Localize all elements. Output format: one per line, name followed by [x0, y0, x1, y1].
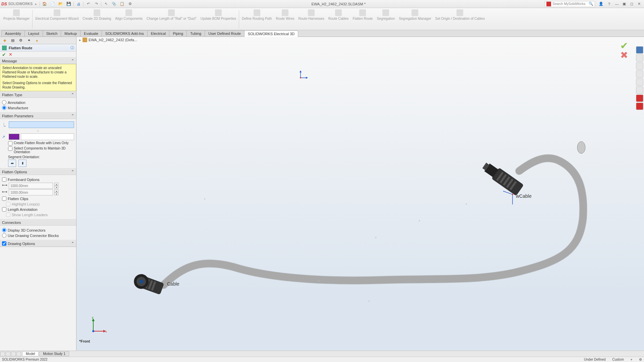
new-icon[interactable]: 📄	[50, 1, 56, 7]
section-drawing-options[interactable]: Drawing Options⌃	[0, 240, 76, 247]
ribbon-electrical-component-wizard[interactable]: Electrical Component Wizard	[33, 9, 80, 30]
ok-button[interactable]: ✔	[2, 52, 6, 57]
ribbon-route-cables[interactable]: Route Cables	[326, 9, 351, 30]
select-icon[interactable]: ↖	[103, 1, 109, 7]
tp-custom-props-icon[interactable]	[636, 86, 643, 94]
section-message[interactable]: Message⌃	[0, 58, 76, 64]
cancel-button[interactable]: ✕	[9, 52, 12, 57]
minimize-button[interactable]: —	[613, 1, 620, 7]
home-icon[interactable]: 🏠	[42, 1, 48, 7]
seg-horizontal-button[interactable]: ⬌	[8, 160, 16, 167]
ribbon-segregation[interactable]: Segregation	[375, 9, 397, 30]
dropdown-icon[interactable]: ▸	[35, 2, 37, 6]
ribbon-flatten-route[interactable]: Flatten Route	[351, 9, 375, 30]
tab-layout[interactable]: Layout	[24, 30, 43, 37]
property-tab-icon[interactable]: ▤	[10, 38, 15, 43]
status-units[interactable]: Custom	[612, 358, 624, 361]
open-icon[interactable]: 📂	[58, 1, 64, 7]
bt-nav-prev[interactable]	[6, 352, 10, 356]
tab-evaluate[interactable]: Evaluate	[80, 30, 102, 37]
pm-help-icon[interactable]: ⓘ	[70, 45, 74, 50]
display-tab-icon[interactable]: ✦	[26, 38, 32, 43]
config-tab-icon[interactable]: ⚙	[18, 38, 23, 43]
appearance-tab-icon[interactable]: ●	[34, 38, 40, 43]
ribbon-define-routing-path[interactable]: Define Routing Path	[240, 9, 274, 30]
ribbon-route-harnesses[interactable]: Route Harnesses	[297, 9, 326, 30]
search-icon[interactable]: 🔍	[589, 2, 593, 6]
ribbon-update-bom[interactable]: Update BOM Properties	[199, 9, 238, 30]
spin-down[interactable]: ▾	[54, 186, 58, 189]
ribbon-route-wires[interactable]: Route Wires	[274, 9, 297, 30]
tp-forum-icon[interactable]	[636, 95, 643, 102]
options-icon[interactable]: 📋	[119, 1, 125, 7]
tp-file-explorer-icon[interactable]	[636, 62, 643, 70]
3d-viewport[interactable]: ▸ EWA_H2_2462_2432 (Defa...	[76, 37, 644, 354]
print-icon[interactable]: 🖨	[75, 1, 82, 7]
ribbon-segregation-manager[interactable]: Segregation Manager	[397, 9, 433, 30]
tab-addins[interactable]: SOLIDWORKS Add-Ins	[102, 30, 148, 37]
restore-button[interactable]: ▣	[621, 1, 628, 7]
radio-annotation[interactable]: Annotation	[2, 100, 74, 105]
tab-electrical-3d[interactable]: SOLIDWORKS Electrical 3D	[244, 31, 298, 37]
ribbon-set-origin[interactable]: Set Origin / Destination of Cables	[433, 9, 487, 30]
confirm-cancel-icon[interactable]: ✖	[620, 50, 628, 61]
tab-electrical[interactable]: Electrical	[147, 30, 170, 37]
section-flatten-options[interactable]: Flatten Options⌃	[0, 169, 76, 175]
tab-tubing[interactable]: Tubing	[186, 30, 205, 37]
ribbon-projects-manager[interactable]: Projects Manager	[1, 9, 32, 30]
ribbon-align-components[interactable]: Align Components	[113, 9, 145, 30]
fix-point-field[interactable]	[9, 121, 74, 128]
tp-view-palette-icon[interactable]	[636, 70, 643, 78]
spin-up[interactable]: ▴	[54, 183, 58, 186]
status-settings-icon[interactable]: ⚙	[639, 358, 642, 361]
orientation-triad[interactable]: x y	[89, 316, 109, 336]
check-length-annotation[interactable]: Length Annotation	[2, 207, 74, 212]
ribbon-change-length[interactable]: Change Length of "Rail" or "Duct"	[145, 9, 199, 30]
pin-icon[interactable]: 📎	[111, 1, 117, 7]
ribbon-create-2d-drawing[interactable]: Create 2D Drawing	[80, 9, 113, 30]
check-flatten-clips[interactable]: Flatten Clips	[2, 196, 74, 201]
radio-manufacture[interactable]: Manufacture	[2, 106, 74, 110]
tp-electrical-icon[interactable]	[636, 103, 643, 110]
redo-icon[interactable]: ↷	[93, 1, 99, 7]
tab-markup[interactable]: Markup	[61, 30, 80, 37]
save-icon[interactable]: 💾	[66, 1, 72, 7]
width-input[interactable]: 1000.00mm	[9, 183, 53, 189]
tab-piping[interactable]: Piping	[169, 30, 187, 37]
direction-field[interactable]	[21, 133, 74, 140]
tp-design-library-icon[interactable]	[636, 54, 643, 62]
bt-nav-first[interactable]	[0, 352, 5, 356]
seg-vertical-button[interactable]: ⬍	[18, 160, 26, 167]
tp-resources-icon[interactable]	[636, 46, 643, 54]
bt-nav-next[interactable]	[11, 352, 16, 356]
height-input[interactable]: 1000.00mm	[9, 189, 53, 195]
tab-sketch[interactable]: Sketch	[43, 30, 61, 37]
title-bar: DS SOLIDWORKS ▸ 🏠 📄 📂 💾 🖨 ↶ ↷ ↖ 📎 📋 ⚙ EW…	[0, 0, 644, 8]
undo-icon[interactable]: ↶	[85, 1, 91, 7]
help-icon[interactable]: ?	[606, 1, 612, 7]
check-drawing-options[interactable]	[2, 241, 6, 246]
bt-nav-last[interactable]	[16, 352, 21, 356]
close-button[interactable]: ✕	[636, 1, 642, 7]
radio-use-blocks[interactable]: Use Drawing Connector Blocks	[2, 233, 74, 238]
check-lines-only[interactable]: Create Flatten Route with Lines Only	[8, 141, 74, 145]
direction-color[interactable]	[9, 134, 19, 140]
spin-up[interactable]: ▴	[54, 189, 58, 192]
bottom-tab-model[interactable]: Model	[22, 351, 39, 356]
tab-assembly[interactable]: Assembly	[1, 30, 25, 37]
spin-down[interactable]: ▾	[54, 192, 58, 195]
maximize-button[interactable]: ◻	[628, 1, 635, 7]
tab-user-route[interactable]: User Defined Route	[205, 30, 245, 37]
check-maintain-3d[interactable]: Select Components to Maintain 3D Orienta…	[8, 146, 74, 154]
section-flatten-params[interactable]: Flatten Parameters⌃	[0, 113, 76, 119]
tp-appearances-icon[interactable]	[636, 78, 643, 86]
settings-icon[interactable]: ⚙	[127, 1, 133, 7]
feature-tree-tab-icon[interactable]: ◆	[2, 38, 7, 43]
user-icon[interactable]: 👤	[598, 1, 604, 7]
bottom-tab-motion[interactable]: Motion Study 1	[39, 351, 69, 356]
radio-display-3d[interactable]: Display 3D Connectors	[2, 228, 74, 232]
section-connectors[interactable]: Connectors	[0, 220, 76, 226]
search-input[interactable]: Search MySolidWorks 🔍	[545, 1, 595, 7]
section-flatten-type[interactable]: Flatten Type⌃	[0, 92, 76, 98]
check-formboard[interactable]: Formboard Options	[2, 177, 74, 182]
